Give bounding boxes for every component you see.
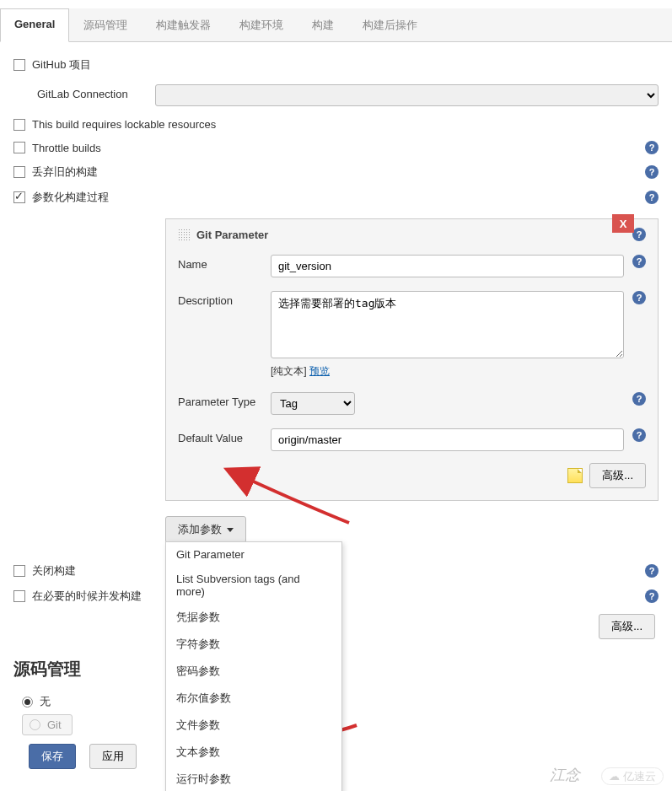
tab-build[interactable]: 构建 [298, 8, 348, 41]
param-name-input[interactable] [271, 255, 624, 277]
drag-handle-icon[interactable] [178, 229, 190, 240]
scm-none-label: 无 [40, 694, 51, 709]
close-build-checkbox[interactable] [13, 565, 25, 577]
menu-item[interactable]: 密码参数 [166, 658, 341, 685]
github-project-label: GitHub 项目 [32, 57, 91, 73]
advanced-button[interactable]: 高级... [589, 463, 646, 488]
panel-title: Git Parameter [196, 229, 268, 241]
menu-item[interactable]: 文本参数 [166, 739, 341, 766]
add-parameter-menu: Git Parameter List Subversion tags (and … [165, 541, 342, 791]
tab-post[interactable]: 构建后操作 [348, 8, 432, 41]
help-icon[interactable]: ? [645, 141, 659, 154]
param-default-label: Default Value [178, 428, 271, 444]
discard-old-checkbox[interactable] [13, 166, 25, 178]
panel-close-button[interactable]: X [612, 214, 634, 233]
menu-item[interactable]: 字符参数 [166, 631, 341, 658]
add-parameter-label: 添加参数 [178, 522, 222, 537]
chevron-down-icon [227, 528, 234, 532]
help-icon[interactable]: ? [632, 255, 646, 268]
help-icon[interactable]: ? [632, 228, 646, 241]
apply-button[interactable]: 应用 [89, 744, 137, 769]
param-type-label: Parameter Type [178, 392, 271, 408]
scm-git-label: Git [47, 718, 62, 731]
parameterized-label: 参数化构建过程 [32, 190, 109, 205]
parameterized-checkbox[interactable] [13, 191, 25, 203]
param-desc-label: Description [178, 291, 271, 307]
git-parameter-panel: X Git Parameter ? Name ? Description [纯文… [165, 218, 659, 501]
gitlab-connection-select[interactable] [155, 84, 659, 106]
github-project-checkbox[interactable] [13, 59, 25, 71]
scm-none-radio[interactable] [22, 697, 33, 708]
lockable-resources-checkbox[interactable] [13, 119, 25, 131]
advanced-button-2[interactable]: 高级... [599, 614, 655, 639]
help-icon[interactable]: ? [645, 165, 659, 179]
tab-triggers[interactable]: 构建触发器 [142, 8, 225, 41]
close-build-label: 关闭构建 [32, 563, 76, 578]
add-parameter-button[interactable]: 添加参数 [165, 516, 246, 543]
plain-text-label: [纯文本] [271, 365, 307, 377]
tab-scm[interactable]: 源码管理 [69, 8, 142, 41]
tab-general[interactable]: General [0, 8, 69, 42]
help-icon[interactable]: ? [645, 564, 659, 578]
throttle-builds-label: Throttle builds [32, 142, 101, 154]
menu-item[interactable]: 布尔值参数 [166, 685, 341, 712]
gitlab-connection-label: GitLab Connection [37, 84, 155, 100]
config-tabs: General 源码管理 构建触发器 构建环境 构建 构建后操作 [0, 8, 672, 42]
help-icon[interactable]: ? [645, 589, 659, 603]
preview-link[interactable]: 预览 [309, 365, 330, 377]
help-icon[interactable]: ? [632, 291, 646, 304]
menu-item[interactable]: 文件参数 [166, 712, 341, 739]
menu-item[interactable]: List Subversion tags (and more) [166, 567, 341, 604]
param-desc-textarea[interactable] [271, 291, 624, 358]
param-default-input[interactable] [271, 428, 624, 451]
menu-item[interactable]: 凭据参数 [166, 604, 341, 631]
menu-item[interactable]: 运行时参数 [166, 766, 341, 791]
param-type-select[interactable]: Tag [271, 392, 355, 415]
concurrent-build-label: 在必要的时候并发构建 [32, 589, 142, 604]
scm-git-radio[interactable] [30, 719, 40, 730]
general-section: GitHub 项目 GitLab Connection This build r… [0, 42, 672, 791]
throttle-builds-checkbox[interactable] [13, 142, 25, 153]
help-icon[interactable]: ? [645, 191, 659, 204]
note-icon [567, 468, 583, 483]
lockable-resources-label: This build requires lockable resources [32, 118, 216, 131]
tab-env[interactable]: 构建环境 [225, 8, 298, 41]
param-name-label: Name [178, 255, 271, 271]
save-button[interactable]: 保存 [29, 744, 76, 769]
menu-item[interactable]: Git Parameter [166, 542, 341, 567]
discard-old-label: 丢弃旧的构建 [32, 164, 98, 180]
help-icon[interactable]: ? [632, 428, 646, 442]
help-icon[interactable]: ? [632, 392, 646, 406]
concurrent-build-checkbox[interactable] [13, 590, 25, 602]
